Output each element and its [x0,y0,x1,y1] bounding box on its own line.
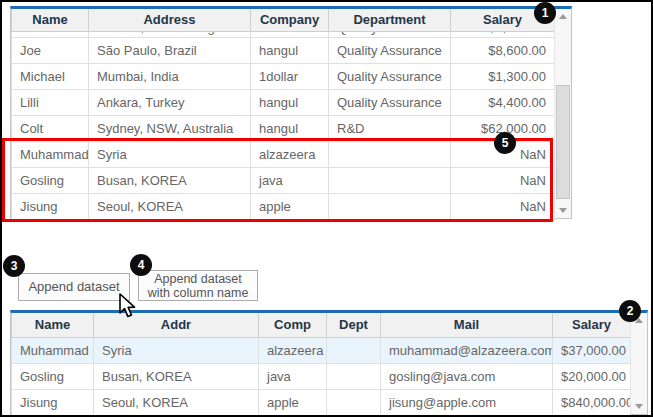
table-cell[interactable]: Colt [12,115,89,141]
column-header[interactable]: Company [251,9,329,31]
scroll-down-button[interactable] [555,202,571,218]
cell-text: Quality Assurance [337,31,442,37]
cell-text: apple [267,395,299,410]
cell-text: NaN [520,199,546,214]
table-cell[interactable]: hangul [251,89,329,115]
scrollbar-thumb[interactable] [556,85,570,199]
result-table: NameAddrCompDeptMailSalary MuhammadSyria… [11,313,631,416]
screenshot-frame: NameAddressCompanyDepartmentSalary LizaL… [0,0,653,417]
table-cell[interactable]: alzazeera [251,141,329,167]
column-header[interactable]: Dept [327,313,381,337]
table-cell[interactable]: apple [259,389,327,415]
column-header[interactable]: Mail [381,313,553,337]
table-cell[interactable]: Syria [94,337,259,363]
table-cell[interactable]: $840,000.00 [553,389,631,415]
table-cell[interactable]: gosling@java.com [381,363,553,389]
table-cell[interactable]: $37,000.00 [553,337,631,363]
table-cell[interactable]: java [251,167,329,193]
table-cell[interactable]: Syria [89,141,251,167]
cell-text: Syria [102,343,132,358]
table-cell[interactable]: $4,400.00 [451,89,555,115]
table-cell[interactable] [329,167,451,193]
table-cell[interactable]: apple [251,193,329,219]
vertical-scrollbar[interactable] [554,9,571,218]
table-cell[interactable]: Quality Assurance [329,63,451,89]
column-header[interactable]: Name [12,9,89,31]
table-cell[interactable]: R&D [329,115,451,141]
column-header[interactable]: Name [12,313,94,337]
table-cell[interactable]: NaN [451,167,555,193]
table-cell[interactable]: Lilli [12,89,89,115]
table-cell[interactable]: Quality Assurance [329,89,451,115]
table-cell[interactable]: Joe [12,37,89,63]
cell-text: Muhammad [20,147,89,162]
table-cell[interactable]: Quality Assurance [329,31,451,37]
cell-text: Mumbai, India [97,69,179,84]
annotation-badge-5: 5 [494,132,516,154]
table-cell[interactable]: Gosling [12,363,94,389]
table-row[interactable]: MuhammadSyriaalzazeeramuhammad@alzazeera… [12,337,631,363]
table-cell[interactable]: Michael [12,63,89,89]
table-cell[interactable] [329,141,451,167]
table-cell[interactable]: Busan, KOREA [89,167,251,193]
cell-text: NaN [520,147,546,162]
cell-text: Quality Assurance [337,95,442,110]
table-cell[interactable]: alzazeera [259,337,327,363]
append-dataset-button[interactable]: Append dataset [18,273,130,301]
table-cell[interactable]: São Paulo, Brazil [89,37,251,63]
append-dataset-label: Append dataset [28,280,119,294]
table-cell[interactable]: Seoul, KOREA [94,389,259,415]
table-cell[interactable]: Muhammad [12,337,94,363]
table-row[interactable]: ColtSydney, NSW, AustraliahangulR&D$62,0… [12,115,555,141]
column-header[interactable]: Department [329,9,451,31]
scroll-down-button[interactable] [631,398,647,414]
cell-text: Quality Assurance [337,69,442,84]
table-cell[interactable]: 1dollar [251,63,329,89]
source-data-grid: NameAddressCompanyDepartmentSalary LizaL… [10,6,572,219]
append-dataset-with-column-name-button[interactable]: Append dataset with column name [138,270,258,301]
table-row[interactable]: JisungSeoul, KOREAappleNaN [12,193,555,219]
table-cell[interactable] [327,389,381,415]
table-cell[interactable]: Mumbai, India [89,63,251,89]
table-cell[interactable]: Ankara, Turkey [89,89,251,115]
table-cell[interactable]: $1,300.00 [451,63,555,89]
table-cell[interactable]: Gosling [12,167,89,193]
table-cell[interactable]: jisung@apple.com [381,389,553,415]
column-header[interactable]: Address [89,9,251,31]
table-cell[interactable] [327,363,381,389]
table-cell[interactable]: Jisung [12,389,94,415]
vertical-scrollbar[interactable] [630,313,647,414]
append-with-name-label-line2: with column name [148,286,249,300]
table-cell[interactable]: NaN [451,193,555,219]
table-cell[interactable]: Seoul, KOREA [89,193,251,219]
table-cell[interactable]: java [259,363,327,389]
table-cell[interactable]: Sydney, NSW, Australia [89,115,251,141]
table-row[interactable]: MuhammadSyriaalzazeeraNaN [12,141,555,167]
cell-text: Jisung [20,395,58,410]
table-cell[interactable]: hangul [251,115,329,141]
scroll-up-button[interactable] [555,9,571,25]
table-row[interactable]: JisungSeoul, KOREAapplejisung@apple.com$… [12,389,631,415]
table-cell[interactable] [329,193,451,219]
table-cell[interactable]: $20,000.00 [553,363,631,389]
table-row[interactable]: GoslingBusan, KOREAjavagosling@java.com$… [12,363,631,389]
table-row[interactable]: LilliAnkara, TurkeyhangulQuality Assuran… [12,89,555,115]
table-cell[interactable]: Jisung [12,193,89,219]
table-cell[interactable]: Muhammad [12,141,89,167]
table-cell[interactable]: hangul [251,37,329,63]
table-cell[interactable]: muhammad@alzazeera.com [381,337,553,363]
table-cell[interactable]: $8,600.00 [451,37,555,63]
table-cell[interactable]: Quality Assurance [329,37,451,63]
table-row[interactable]: MichaelMumbai, India1dollarQuality Assur… [12,63,555,89]
cell-text: alzazeera [267,343,323,358]
cell-text: java [259,173,283,188]
table-cell[interactable]: London, United Kingdom [89,31,251,37]
column-header[interactable]: Salary [553,313,631,337]
column-header[interactable]: Comp [259,313,327,337]
cell-text: Busan, KOREA [97,173,187,188]
table-row[interactable]: JoeSão Paulo, BrazilhangulQuality Assura… [12,37,555,63]
table-cell[interactable] [327,337,381,363]
table-cell[interactable]: Busan, KOREA [94,363,259,389]
triangle-down-icon [635,404,643,409]
table-row[interactable]: GoslingBusan, KOREAjavaNaN [12,167,555,193]
